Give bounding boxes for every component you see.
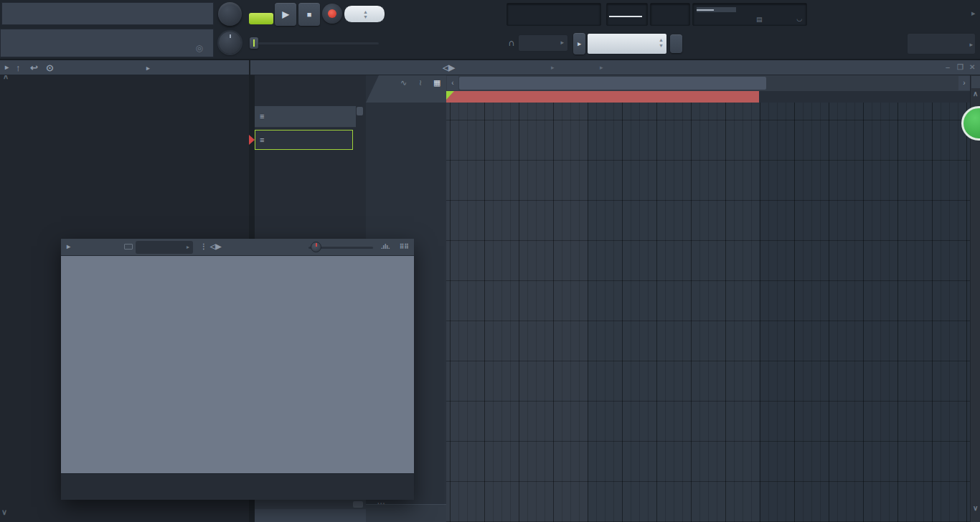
corner-piano-icon[interactable]: ▦ <box>433 78 440 87</box>
browser-scroll-down-icon[interactable]: ∨ <box>1 508 7 517</box>
pattern-play-marker <box>249 135 255 145</box>
snap-selector[interactable]: ▸ <box>518 34 568 52</box>
rack-folder-icon <box>124 244 133 250</box>
minimap-viewport[interactable] <box>459 77 766 90</box>
playlist-grid[interactable] <box>446 103 970 522</box>
pattern-list-scrollbar[interactable] <box>357 107 363 115</box>
pattern-selector[interactable]: ▲▼ <box>587 33 667 54</box>
disk-icon: ◡ <box>796 15 802 22</box>
play-button[interactable]: ▶ <box>275 3 296 26</box>
tempo-display[interactable]: ▲▼ <box>344 5 385 23</box>
pat-song-switch[interactable] <box>249 3 273 26</box>
snap-magnet-icon: ∩ <box>508 37 514 48</box>
channel-rack-window: ▸ ▸ ⋮ ◁▶ .ılı. ⠿⠿ <box>61 239 414 500</box>
memory-chip-icon: ▤ <box>756 16 763 23</box>
channel-rack-footer <box>61 473 414 500</box>
flex-banner[interactable]: ▸ <box>907 33 976 54</box>
playlist-corner-tab: ∿ ≀ ▦ <box>366 75 446 103</box>
timeline-loop-region[interactable] <box>446 91 759 103</box>
track11-header[interactable] <box>366 504 446 522</box>
pattern-list-item-2-selected[interactable]: ≡ <box>255 130 353 150</box>
rack-filter-selector[interactable]: ▸ <box>136 241 193 254</box>
rack-menu-icon[interactable]: ▸ <box>67 242 70 250</box>
playlist-toolbar <box>250 60 980 75</box>
main-volume-knob[interactable] <box>216 1 245 27</box>
playlist-scrollbar[interactable]: ∧ ∨ <box>970 75 980 522</box>
time-display[interactable] <box>507 3 601 26</box>
playlist-speaker-icon[interactable]: ◁▶ <box>443 63 455 72</box>
corner-audio-icon[interactable]: ∿ <box>400 78 407 87</box>
pattern-list-item-1[interactable]: ≡ <box>255 106 356 128</box>
rack-grid-icon[interactable]: ⠿⠿ <box>400 243 409 250</box>
project-title-panel: ◎ <box>0 29 214 57</box>
browser-header: ▸ ↑ ↩ ⊙ ▸ <box>0 60 249 75</box>
menu-bar <box>1 2 214 25</box>
cpu-memory-panel: ▤ ◡ <box>692 3 807 26</box>
browser-search-icon[interactable]: ⊙ <box>46 62 54 73</box>
marker-panel <box>606 3 648 26</box>
toolbar-overflow-arrow[interactable]: ▸ <box>971 9 976 18</box>
stop-button[interactable]: ■ <box>298 3 320 26</box>
browser-back-icon[interactable]: ↩ <box>30 62 38 73</box>
scroll-right-button[interactable]: › <box>958 76 970 90</box>
channel-knob-icon[interactable]: ◎ <box>196 43 203 53</box>
fl-studio-window: ▶ ■ ▲▼ ▤ ◡ ▸ ◎ <box>0 0 980 522</box>
tempo-spinner[interactable]: ▲▼ <box>363 9 368 19</box>
hint-panel <box>650 3 690 26</box>
pattern-panel-scroll-piece[interactable] <box>353 501 363 508</box>
add-pattern-button[interactable] <box>670 34 682 53</box>
playlist-minimap[interactable]: ‹ › <box>446 75 970 91</box>
rack-speaker-icon[interactable]: ◁▶ <box>210 242 221 250</box>
browser-collapse-icon[interactable]: ▸ <box>5 63 9 71</box>
record-button[interactable] <box>322 4 342 24</box>
rack-graph-icon[interactable]: .ılı. <box>381 243 390 250</box>
playlist-maximize-icon[interactable]: ❐ <box>957 63 963 71</box>
pattern-panel-footer <box>255 509 366 522</box>
playlist-close-icon[interactable]: ✕ <box>969 63 975 71</box>
browser-up-icon[interactable]: ↑ <box>16 62 21 73</box>
channel-rack-titlebar[interactable]: ▸ ▸ ⋮ ◁▶ .ılı. ⠿⠿ <box>61 239 414 256</box>
corner-automation-icon[interactable]: ≀ <box>419 78 422 87</box>
master-pitch-knob[interactable] <box>216 29 245 57</box>
playlist-minimize-icon[interactable]: – <box>946 63 950 72</box>
song-mode-button[interactable] <box>249 13 273 24</box>
pattern-menu-button[interactable]: ▸ <box>573 33 585 54</box>
main-pitch-slider[interactable] <box>248 37 383 49</box>
scroll-left-button[interactable]: ‹ <box>447 76 458 90</box>
